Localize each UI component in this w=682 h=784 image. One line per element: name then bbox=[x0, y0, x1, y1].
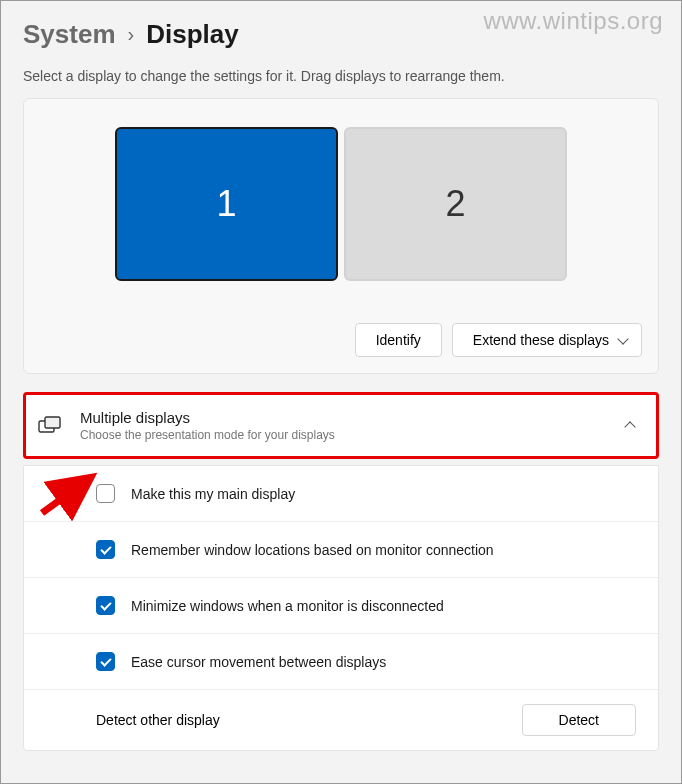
monitor-1[interactable]: 1 bbox=[115, 127, 338, 281]
helper-text: Select a display to change the settings … bbox=[23, 68, 659, 84]
chevron-up-icon bbox=[624, 421, 635, 432]
option-label: Remember window locations based on monit… bbox=[131, 542, 494, 558]
display-arrangement-panel: 1 2 Identify Extend these displays bbox=[23, 98, 659, 374]
watermark: www.wintips.org bbox=[483, 7, 663, 35]
detect-label: Detect other display bbox=[96, 712, 220, 728]
monitors-row: 1 2 bbox=[40, 127, 642, 281]
checkbox-ease-cursor[interactable] bbox=[96, 652, 115, 671]
identify-button[interactable]: Identify bbox=[355, 323, 442, 357]
checkbox-main-display[interactable] bbox=[96, 484, 115, 503]
extend-label: Extend these displays bbox=[473, 332, 609, 348]
option-remember-locations: Remember window locations based on monit… bbox=[24, 522, 658, 578]
svg-rect-1 bbox=[45, 417, 60, 428]
option-label: Ease cursor movement between displays bbox=[131, 654, 386, 670]
detect-button[interactable]: Detect bbox=[522, 704, 636, 736]
breadcrumb-parent[interactable]: System bbox=[23, 19, 116, 50]
section-subtitle: Choose the presentation mode for your di… bbox=[80, 428, 608, 442]
option-label: Make this my main display bbox=[131, 486, 295, 502]
monitor-2[interactable]: 2 bbox=[344, 127, 567, 281]
multiple-displays-header[interactable]: Multiple displays Choose the presentatio… bbox=[23, 392, 659, 459]
option-ease-cursor: Ease cursor movement between displays bbox=[24, 634, 658, 690]
options-list: Make this my main display Remember windo… bbox=[23, 465, 659, 751]
checkbox-minimize-disconnect[interactable] bbox=[96, 596, 115, 615]
section-title: Multiple displays bbox=[80, 409, 608, 426]
option-label: Minimize windows when a monitor is disco… bbox=[131, 598, 444, 614]
extend-displays-dropdown[interactable]: Extend these displays bbox=[452, 323, 642, 357]
option-main-display: Make this my main display bbox=[24, 466, 658, 522]
option-minimize-disconnect: Minimize windows when a monitor is disco… bbox=[24, 578, 658, 634]
chevron-right-icon: › bbox=[128, 23, 135, 46]
section-header-text: Multiple displays Choose the presentatio… bbox=[80, 409, 608, 442]
detect-row: Detect other display Detect bbox=[24, 690, 658, 750]
displays-icon bbox=[38, 416, 62, 436]
panel-buttons: Identify Extend these displays bbox=[40, 323, 642, 357]
page-title: Display bbox=[146, 19, 239, 50]
chevron-down-icon bbox=[617, 333, 628, 344]
checkbox-remember-locations[interactable] bbox=[96, 540, 115, 559]
